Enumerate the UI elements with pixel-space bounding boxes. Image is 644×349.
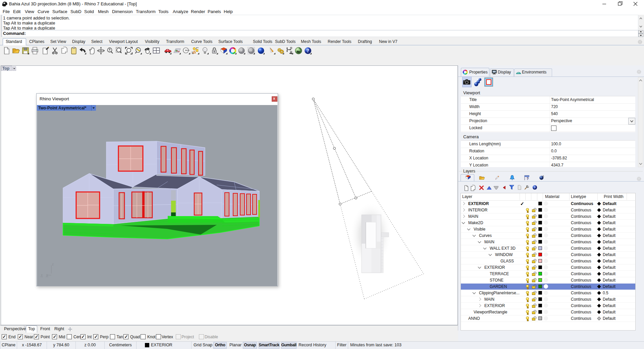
svg-text:?: ? bbox=[534, 186, 535, 189]
svg-text:z: z bbox=[52, 262, 54, 266]
svg-text:?: ? bbox=[527, 177, 529, 180]
svg-text:?: ? bbox=[307, 48, 309, 53]
svg-text:x: x bbox=[41, 273, 43, 277]
svg-text:y: y bbox=[46, 273, 48, 277]
